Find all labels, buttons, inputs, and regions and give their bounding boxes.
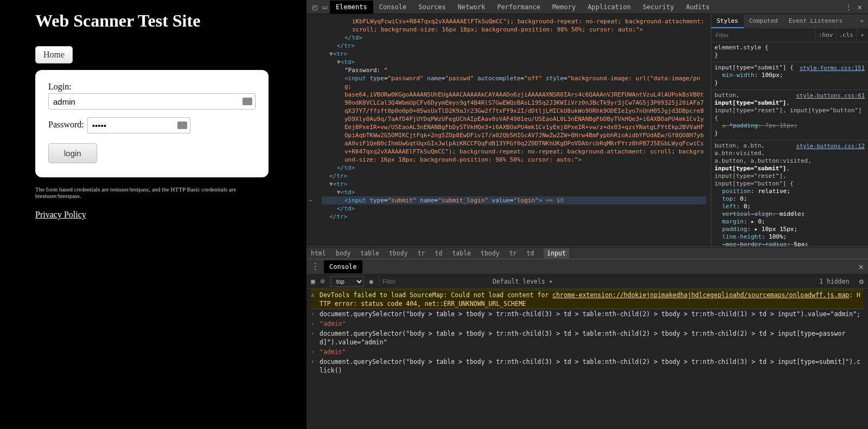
devtools-tabbar: ◰ ▭ ElementsConsoleSourcesNetworkPerform… [307, 0, 868, 14]
console-filter-input[interactable] [379, 277, 487, 286]
login-card: Login: Password: login [35, 70, 269, 177]
crumb-html[interactable]: html [311, 249, 326, 257]
page-title: Web Scanner Test Site [35, 11, 271, 31]
styles-filter-input[interactable] [711, 30, 815, 41]
console-output[interactable]: ⚠DevTools failed to load SourceMap: Coul… [307, 289, 868, 429]
login-label: Login: [48, 82, 256, 92]
console-tab[interactable]: Console [324, 260, 362, 273]
styles-tab-styles[interactable]: Styles [711, 15, 744, 28]
console-settings-icon[interactable]: ⚙ [859, 277, 864, 286]
keyboard-icon [177, 121, 187, 129]
crumb-tbody[interactable]: tbody [481, 249, 500, 257]
crumb-input[interactable]: input [544, 248, 569, 258]
crumb-td[interactable]: td [526, 249, 534, 257]
styles-tab-computed[interactable]: Computed [744, 15, 783, 27]
hov-toggle[interactable]: :hov [815, 29, 836, 41]
tab-sources[interactable]: Sources [412, 1, 452, 14]
keyboard-icon [242, 98, 252, 105]
close-drawer-icon[interactable]: ✕ [858, 261, 864, 272]
crumb-tr[interactable]: tr [418, 249, 425, 257]
context-select[interactable]: top [330, 276, 364, 287]
privacy-link[interactable]: Privacy Policy [35, 210, 86, 220]
tab-application[interactable]: Application [582, 1, 636, 14]
tab-performance[interactable]: Performance [491, 1, 546, 14]
login-button[interactable]: login [48, 143, 97, 163]
devtools-panel: ◰ ▭ ElementsConsoleSourcesNetworkPerform… [307, 0, 868, 429]
console-output-line: ‹"admin" [311, 347, 864, 357]
more-tabs-icon[interactable]: » [856, 17, 868, 24]
tab-audits[interactable]: Audits [680, 1, 716, 14]
credentials-note: The form based credentials are testuser/… [35, 186, 271, 199]
drawer-menu-icon[interactable]: ⋮ [311, 261, 320, 272]
log-levels-select[interactable]: Default levels ▾ [493, 278, 553, 285]
device-icon[interactable]: ▭ [320, 3, 329, 11]
elements-tree[interactable]: iKbFLWyqFcwiCsv+R847qxq2vXAAAAAElFTkSuQm… [307, 14, 711, 246]
base64-blob: base64,iVBORw0KGgoAAAANSUhEUgAAACAAAAAkC… [322, 91, 706, 164]
tab-security[interactable]: Security [637, 1, 680, 14]
add-rule-icon[interactable]: ＋ [856, 29, 868, 41]
sourcemap-link[interactable]: chrome-extension://hdokiejnpimakedhajhdl… [552, 291, 849, 299]
crumb-tbody[interactable]: tbody [389, 249, 408, 257]
css-rule[interactable]: style-buttons.css:61 button,input[type="… [711, 90, 868, 140]
console-sidebar-icon[interactable]: ▣ [311, 277, 315, 285]
crumb-body[interactable]: body [336, 249, 351, 257]
css-rule[interactable]: style-forms.css:151 input[type="submit"]… [711, 62, 868, 90]
console-drawer: ⋮ Console ✕ ▣ ⊘ top ◉ Default levels ▾ 1… [307, 259, 868, 429]
login-input[interactable] [48, 93, 256, 110]
console-input-line: ›document.querySelector("body > table > … [311, 329, 864, 347]
password-label: Password: [48, 120, 84, 130]
console-input-line: ›document.querySelector("body > table > … [311, 309, 864, 319]
console-prompt[interactable]: ›document.querySelector("body > table > … [311, 357, 864, 375]
password-input[interactable] [87, 117, 190, 133]
close-devtools-icon[interactable]: ✕ [855, 3, 865, 11]
source-link[interactable]: style-buttons.css:12 [796, 142, 865, 150]
crumb-td[interactable]: td [435, 249, 443, 257]
hidden-count[interactable]: 1 hidden [819, 278, 849, 285]
kebab-icon[interactable]: ⋮ [842, 3, 855, 11]
tab-memory[interactable]: Memory [546, 1, 582, 14]
styles-tab-event-listeners[interactable]: Event Listeners [783, 15, 848, 27]
clear-console-icon[interactable]: ⊘ [321, 277, 325, 285]
tab-network[interactable]: Network [452, 1, 492, 14]
source-link[interactable]: style-forms.css:151 [800, 64, 865, 72]
live-expression-icon[interactable]: ◉ [369, 278, 373, 285]
source-link[interactable]: style-buttons.css:61 [796, 92, 865, 99]
crumb-table[interactable]: table [452, 249, 471, 257]
selected-element[interactable]: ⋯<input type="submit" name="submit_login… [322, 196, 706, 204]
crumb-tr[interactable]: tr [509, 249, 517, 257]
code-line: iKbFLWyqFcwiCsv+R847qxq2vXAAAAAElFTkSuQm… [322, 17, 706, 34]
css-rule[interactable]: style-buttons.css:12 button, a.btn,a.btn… [711, 140, 868, 246]
breadcrumb[interactable]: htmlbodytabletbodytrtdtabletbodytrtdinpu… [307, 247, 868, 259]
password-text-node: "Password: " [322, 66, 706, 74]
styles-pane: StylesComputedEvent Listeners » :hov .cl… [711, 14, 868, 246]
tab-elements[interactable]: Elements [330, 1, 373, 14]
inspect-icon[interactable]: ◰ [310, 3, 320, 11]
element-style-block[interactable]: element.style { } [711, 42, 868, 62]
cls-toggle[interactable]: .cls [836, 29, 857, 41]
web-page: Web Scanner Test Site Home Login: Passwo… [0, 0, 307, 429]
tab-console[interactable]: Console [373, 1, 413, 14]
crumb-table[interactable]: table [360, 249, 379, 257]
console-warning: ⚠DevTools failed to load SourceMap: Coul… [311, 290, 864, 309]
console-output-line: ‹"admin" [311, 319, 864, 329]
home-button[interactable]: Home [35, 46, 73, 63]
